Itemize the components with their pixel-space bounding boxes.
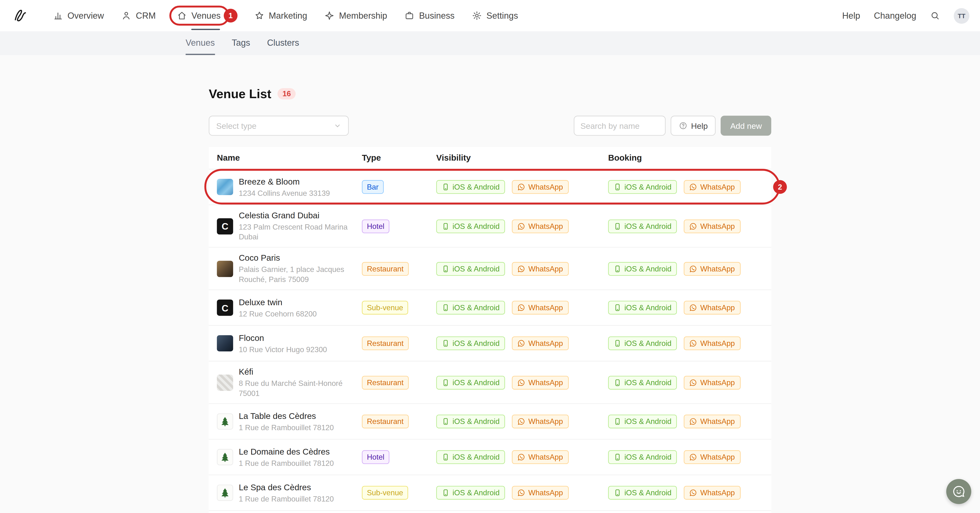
venue-name: Le Spa des Cèdres	[239, 482, 334, 493]
column-header-booking: Booking	[608, 153, 772, 163]
column-header-name: Name	[208, 153, 362, 163]
venue-table-body: Breeze & Bloom 1234 Collins Avenue 33139…	[208, 169, 771, 513]
table-row[interactable]: Noir Miel Bar iOS & Android WhatsApp iOS…	[208, 511, 771, 513]
nav-item-marketing[interactable]: Marketing	[255, 11, 307, 21]
cedar-tree-thumbnail	[217, 484, 233, 501]
visibility-ios-android-badge: iOS & Android	[436, 219, 505, 233]
table-row[interactable]: Le Domaine des Cèdres 1 Rue de Rambouill…	[208, 440, 771, 475]
venue-address: 1 Rue de Rambouillet 78120	[239, 422, 334, 433]
whatsapp-icon	[690, 453, 697, 461]
help-button[interactable]: Help	[670, 116, 716, 136]
cedar-tree-thumbnail	[217, 449, 233, 465]
venue-name-cell: La Table des Cèdres 1 Rue de Rambouillet…	[208, 406, 362, 437]
whatsapp-icon	[690, 304, 697, 311]
cedar-tree-icon	[220, 416, 231, 427]
venue-address: 1234 Collins Avenue 33139	[239, 188, 330, 198]
venue-address: 12 Rue Coehorn 68200	[239, 309, 317, 319]
subnav-tab-venues[interactable]: Venues	[186, 31, 215, 55]
whatsapp-icon	[518, 222, 525, 230]
visibility-cell: iOS & Android WhatsApp	[436, 180, 608, 194]
search-input[interactable]	[573, 116, 665, 136]
chat-smiley-icon	[952, 484, 966, 498]
whatsapp-icon	[690, 222, 697, 230]
nav-item-overview[interactable]: Overview	[53, 11, 104, 21]
venue-name-cell: Breeze & Bloom 1234 Collins Avenue 33139	[208, 171, 362, 203]
mobile-phone-icon	[442, 379, 449, 386]
venue-type-cell: Restaurant	[362, 376, 436, 389]
venue-type-badge: Hotel	[362, 450, 389, 464]
cedar-tree-icon	[220, 451, 231, 463]
venue-table: Name Type Visibility Booking Breeze & Bl…	[208, 147, 771, 513]
whatsapp-icon	[690, 379, 697, 386]
whatsapp-icon	[518, 489, 525, 497]
visibility-whatsapp-badge: WhatsApp	[512, 450, 568, 464]
chart-icon	[53, 11, 63, 21]
venue-type-badge: Restaurant	[362, 262, 409, 275]
table-row[interactable]: La Table des Cèdres 1 Rue de Rambouillet…	[208, 404, 771, 440]
booking-cell: iOS & Android WhatsApp	[608, 219, 772, 233]
chat-fab-button[interactable]	[946, 479, 971, 504]
booking-ios-android-badge: iOS & Android	[608, 180, 677, 194]
type-filter-select[interactable]: Select type	[208, 116, 348, 136]
booking-ios-android-badge: iOS & Android	[608, 262, 677, 275]
visibility-cell: iOS & Android WhatsApp	[436, 262, 608, 275]
venue-type-cell: Sub-venue	[362, 486, 436, 500]
letter-thumbnail: C	[217, 218, 233, 234]
whatsapp-icon	[690, 265, 697, 272]
venue-type-badge: Sub-venue	[362, 486, 408, 500]
table-row[interactable]: Kéfi 8 Rue du Marché Saint-Honoré 75001 …	[208, 362, 771, 404]
table-row[interactable]: C Deluxe twin 12 Rue Coehorn 68200 Sub-v…	[208, 290, 771, 326]
search-icon[interactable]	[930, 11, 940, 21]
mobile-phone-icon	[614, 304, 621, 311]
venue-name: Coco Paris	[239, 253, 350, 264]
visibility-cell: iOS & Android WhatsApp	[436, 219, 608, 233]
venue-name: Breeze & Bloom	[239, 176, 330, 187]
venue-name: Kéfi	[239, 366, 350, 378]
nav-item-crm[interactable]: CRM	[121, 11, 156, 21]
add-new-label: Add new	[730, 121, 762, 130]
nav-item-membership[interactable]: Membership	[325, 11, 387, 21]
venue-name-cell: Kéfi 8 Rue du Marché Saint-Honoré 75001	[208, 362, 362, 403]
visibility-ios-android-badge: iOS & Android	[436, 301, 505, 314]
nav-item-venues[interactable]: Venues 1	[177, 11, 221, 21]
table-row[interactable]: Flocon 10 Rue Victor Hugo 92300 Restaura…	[208, 326, 771, 362]
booking-cell: iOS & Android WhatsApp	[608, 450, 772, 464]
booking-ios-android-badge: iOS & Android	[608, 486, 677, 500]
nav-item-settings[interactable]: Settings	[472, 11, 518, 21]
question-circle-icon	[679, 121, 687, 130]
help-link[interactable]: Help	[842, 11, 860, 21]
nav-item-label: Business	[419, 11, 454, 21]
table-header: Name Type Visibility Booking	[208, 147, 771, 169]
add-new-button[interactable]: Add new	[721, 116, 772, 136]
table-row[interactable]: Le Spa des Cèdres 1 Rue de Rambouillet 7…	[208, 475, 771, 511]
table-row[interactable]: Coco Paris Palais Garnier, 1 place Jacqu…	[208, 247, 771, 290]
venue-name-cell: C Deluxe twin 12 Rue Coehorn 68200	[208, 292, 362, 323]
visibility-ios-android-badge: iOS & Android	[436, 180, 505, 194]
visibility-whatsapp-badge: WhatsApp	[512, 486, 568, 500]
user-avatar[interactable]: TT	[954, 8, 969, 24]
booking-whatsapp-badge: WhatsApp	[684, 301, 740, 314]
subnav-tab-tags[interactable]: Tags	[232, 31, 250, 55]
whatsapp-icon	[518, 418, 525, 425]
nav-item-business[interactable]: Business	[404, 11, 454, 21]
booking-whatsapp-badge: WhatsApp	[684, 180, 740, 194]
subnav-tab-clusters[interactable]: Clusters	[267, 31, 299, 55]
column-header-type: Type	[362, 153, 436, 163]
table-row[interactable]: C Celestia Grand Dubai 123 Palm Crescent…	[208, 205, 771, 248]
booking-cell: iOS & Android WhatsApp	[608, 376, 772, 389]
table-row[interactable]: Breeze & Bloom 1234 Collins Avenue 33139…	[208, 169, 771, 205]
venue-name: Deluxe twin	[239, 297, 317, 308]
star-icon	[255, 11, 264, 21]
mobile-phone-icon	[614, 183, 621, 191]
venue-name: Celestia Grand Dubai	[239, 210, 350, 221]
app-logo[interactable]	[11, 6, 30, 26]
nav-item-label: Marketing	[269, 11, 307, 21]
changelog-link[interactable]: Changelog	[874, 11, 916, 21]
visibility-cell: iOS & Android WhatsApp	[436, 450, 608, 464]
booking-ios-android-badge: iOS & Android	[608, 414, 677, 428]
venue-address: 10 Rue Victor Hugo 92300	[239, 344, 327, 354]
mobile-phone-icon	[614, 489, 621, 497]
venue-type-badge: Bar	[362, 180, 383, 194]
mobile-phone-icon	[614, 379, 621, 386]
booking-whatsapp-badge: WhatsApp	[684, 262, 740, 275]
